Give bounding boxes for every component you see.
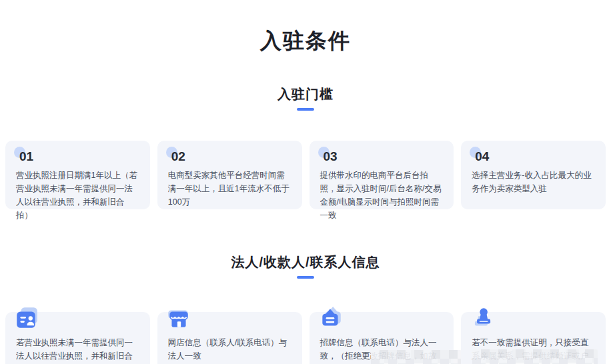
contact-card-1: 若营业执照未满一年需提供同一法人以往营业执照，并和新旧合拍 [5,312,150,364]
card-number-badge: 01 [16,149,33,164]
section-header-contacts: 法人/收款人/联系人信息 [0,253,611,279]
contact-card-4: 若不一致需提供证明，只接受直系亲属关系，需提供结婚证或户口本 [461,312,606,364]
card-text: 电商型卖家其他平台经营时间需满一年以上，且近1年流水不低于100万 [168,169,291,209]
mosaic-watermark [371,350,462,364]
card-text: 网店信息（联系人/联系电话）与法人一致 [168,336,291,363]
stamp-icon [470,305,495,331]
threshold-card-3: 03 提供带水印的电商平台后台拍照，显示入驻时间/后台名称/交易金额/电脑显示时… [310,141,454,209]
threshold-card-2: 02 电商型卖家其他平台经营时间需满一年以上，且近1年流水不低于100万 [157,141,302,209]
threshold-cards-row: 01 营业执照注册日期满1年以上（若营业执照未满一年需提供同一法人以往营业执照，… [0,141,611,209]
card-text: 提供带水印的电商平台后台拍照，显示入驻时间/后台名称/交易金额/电脑显示时间与拍… [320,169,444,222]
contact-card-icon [14,305,39,331]
card-text: 选择主营业务-收入占比最大的业务作为卖家类型入驻 [472,169,595,195]
heading-underline-bar [297,108,314,111]
section-header-threshold: 入驻门槛 [0,85,611,111]
card-number-badge: 02 [168,149,185,164]
section-title-threshold: 入驻门槛 [0,85,611,103]
contact-cards-row: 若营业执照未满一年需提供同一法人以往营业执照，并和新旧合拍 网店信息（联系人/联… [0,312,611,364]
contact-card-2: 网店信息（联系人/联系电话）与法人一致 [157,312,302,364]
mosaic-watermark [472,349,598,364]
contact-card-3: 招牌信息（联系电话）与法人一致，（拒绝更改招牌信息，如故意用贴纸遮挡等行为） [310,312,454,364]
card-text: 营业执照注册日期满1年以上（若营业执照未满一年需提供同一法人以往营业执照，并和新… [16,169,139,222]
threshold-card-4: 04 选择主营业务-收入占比最大的业务作为卖家类型入驻 [461,141,606,209]
signboard-icon [318,305,344,331]
shop-icon [166,305,191,331]
threshold-card-1: 01 营业执照注册日期满1年以上（若营业执照未满一年需提供同一法人以往营业执照，… [5,141,150,209]
card-number-badge: 04 [472,149,489,164]
section-title-contacts: 法人/收款人/联系人信息 [0,253,611,271]
card-text: 若营业执照未满一年需提供同一法人以往营业执照，并和新旧合拍 [16,336,139,364]
page-title: 入驻条件 [0,27,611,56]
card-number-badge: 03 [320,149,338,164]
heading-underline-bar [297,276,314,279]
